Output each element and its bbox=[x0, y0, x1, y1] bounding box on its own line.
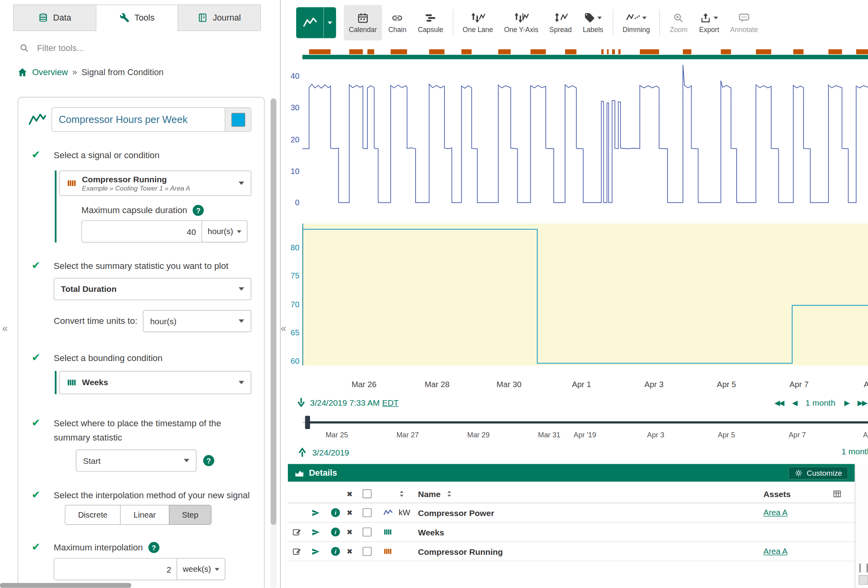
area-chart-icon bbox=[295, 469, 304, 477]
interpolation-unit-select[interactable]: week(s) bbox=[177, 559, 225, 580]
help-icon[interactable]: ? bbox=[148, 542, 159, 553]
calendar-icon bbox=[357, 12, 369, 23]
display-range-start-link[interactable]: 3/24/2019 7:33 AM EDT bbox=[310, 398, 399, 407]
timestamp-placement-select[interactable]: Start bbox=[76, 450, 197, 472]
step-back-half-icon[interactable]: ◀ bbox=[792, 398, 796, 406]
convert-units-select[interactable]: hour(s) bbox=[143, 310, 251, 332]
column-header-assets[interactable]: Assets bbox=[764, 489, 833, 499]
x-axis[interactable]: Mar 26Mar 28Mar 30Apr 1Apr 3Apr 5Apr 7Ap bbox=[302, 380, 868, 392]
display-toolbar: Calendar Chain Capsule One Lane One Y-Ax… bbox=[288, 0, 868, 45]
sort-icon[interactable] bbox=[399, 490, 405, 498]
duration-unit-select[interactable]: hour(s) bbox=[202, 221, 247, 242]
tab-journal[interactable]: Journal bbox=[178, 4, 261, 31]
max-capsule-duration-input[interactable] bbox=[82, 221, 201, 242]
scrollbar-thumb[interactable] bbox=[271, 98, 276, 525]
customize-button[interactable]: Customize bbox=[789, 467, 848, 479]
bounding-condition-value: Weeks bbox=[82, 378, 233, 388]
asset-link[interactable]: Area A bbox=[764, 508, 788, 517]
interp-step-button[interactable]: Step bbox=[168, 505, 212, 525]
timeline-selected-range[interactable] bbox=[308, 421, 868, 424]
chain-button[interactable]: Chain bbox=[383, 5, 412, 41]
collapse-left-edge-icon[interactable]: « bbox=[2, 323, 8, 333]
export-button[interactable]: Export bbox=[694, 5, 724, 41]
bounding-condition-select[interactable]: Weeks bbox=[59, 371, 252, 394]
collapse-tools-panel-icon[interactable]: « bbox=[281, 323, 286, 333]
sidebar-horizontal-scrollbar[interactable] bbox=[0, 583, 131, 588]
tab-tools[interactable]: Tools bbox=[96, 4, 179, 31]
row-checkbox[interactable] bbox=[363, 508, 371, 517]
right-panel-splitter[interactable] bbox=[855, 464, 868, 588]
row-checkbox[interactable] bbox=[363, 547, 371, 556]
timeline-tick: Mar 29 bbox=[467, 431, 490, 439]
display-range-row: 3/24/2019 7:33 AM EDT ◀◀ ◀ 1 month ▶ ▶▶ bbox=[288, 394, 868, 411]
dimming-button[interactable]: Dimming bbox=[618, 5, 655, 41]
one-lane-button[interactable]: One Lane bbox=[458, 5, 498, 41]
help-icon[interactable]: ? bbox=[193, 205, 204, 216]
investigate-range-duration[interactable]: 1 month bbox=[842, 447, 868, 456]
filter-tools bbox=[14, 43, 261, 54]
capsule-time-button[interactable]: Capsule bbox=[413, 5, 448, 41]
display-range-duration[interactable]: 1 month bbox=[806, 398, 836, 407]
color-picker-button[interactable] bbox=[225, 108, 251, 131]
column-chooser-icon[interactable] bbox=[833, 489, 842, 499]
info-icon[interactable]: i bbox=[331, 527, 340, 536]
capsule bbox=[683, 49, 691, 55]
interp-discrete-button[interactable]: Discrete bbox=[65, 505, 121, 525]
remove-all-icon[interactable]: ✖ bbox=[346, 490, 363, 498]
timeline-left-handle[interactable] bbox=[305, 416, 310, 429]
step-back-full-icon[interactable]: ◀◀ bbox=[774, 398, 783, 406]
remove-item-icon[interactable]: ✖ bbox=[346, 528, 363, 536]
zoom-button: Zoom bbox=[664, 5, 693, 41]
tool-name-input[interactable]: Compressor Hours per Week bbox=[52, 108, 225, 131]
tool-header: Compressor Hours per Week bbox=[18, 97, 264, 132]
interp-linear-button[interactable]: Linear bbox=[120, 505, 169, 525]
y-axis[interactable]: 4030201008075706560 bbox=[288, 49, 301, 372]
details-header: Details Customize bbox=[288, 464, 855, 482]
max-interpolation-input[interactable] bbox=[54, 559, 177, 580]
rocket-icon[interactable] bbox=[311, 527, 321, 537]
home-icon[interactable] bbox=[17, 67, 28, 78]
rocket-icon[interactable] bbox=[311, 547, 321, 556]
timezone-label[interactable]: EDT bbox=[382, 398, 399, 407]
database-icon bbox=[38, 13, 48, 23]
signal-condition-select[interactable]: Compressor Running Example » Cooling Tow… bbox=[59, 170, 252, 196]
help-icon[interactable]: ? bbox=[203, 455, 214, 466]
row-checkbox[interactable] bbox=[363, 527, 371, 536]
edit-icon[interactable] bbox=[292, 527, 302, 537]
info-icon[interactable]: i bbox=[331, 508, 340, 517]
breadcrumb: Overview » Signal from Condition bbox=[17, 67, 280, 78]
one-y-axis-button[interactable]: One Y-Axis bbox=[499, 5, 543, 41]
trend-chart[interactable] bbox=[302, 49, 868, 372]
capsule bbox=[565, 49, 577, 55]
step-forward-full-icon[interactable]: ▶▶ bbox=[858, 398, 866, 406]
tab-data[interactable]: Data bbox=[13, 4, 96, 31]
view-mode-caret[interactable] bbox=[323, 7, 336, 38]
edit-icon[interactable] bbox=[292, 547, 302, 556]
asset-link[interactable]: Area A bbox=[764, 547, 788, 556]
item-name: Weeks bbox=[418, 527, 764, 537]
timeline-tick: Apr '19 bbox=[573, 431, 596, 439]
remove-item-icon[interactable]: ✖ bbox=[346, 547, 363, 556]
breadcrumb-overview-link[interactable]: Overview bbox=[32, 67, 68, 77]
capsule bbox=[793, 49, 804, 55]
condition-icon bbox=[66, 378, 76, 388]
sort-icon[interactable] bbox=[446, 490, 452, 498]
view-mode-button[interactable] bbox=[296, 7, 336, 38]
capsule bbox=[498, 49, 511, 55]
sidebar-scrollbar[interactable] bbox=[270, 97, 277, 588]
investigate-range-start[interactable]: 3/24/2019 bbox=[312, 448, 349, 457]
splitter-grip[interactable] bbox=[859, 563, 868, 572]
filter-tools-input[interactable] bbox=[36, 43, 261, 54]
info-icon[interactable]: i bbox=[331, 547, 340, 556]
labels-button[interactable]: Labels bbox=[578, 5, 608, 41]
export-icon bbox=[700, 12, 711, 23]
investigate-timeline[interactable] bbox=[288, 414, 868, 431]
rocket-icon[interactable] bbox=[311, 508, 321, 518]
select-all-checkbox[interactable] bbox=[363, 490, 371, 498]
calendar-button[interactable]: Calendar bbox=[344, 5, 382, 41]
statistic-select[interactable]: Total Duration bbox=[54, 278, 252, 300]
remove-item-icon[interactable]: ✖ bbox=[346, 509, 363, 517]
step-forward-half-icon[interactable]: ▶ bbox=[844, 398, 849, 406]
spread-button[interactable]: Spread bbox=[545, 5, 577, 41]
column-header-name[interactable]: Name bbox=[418, 489, 441, 499]
